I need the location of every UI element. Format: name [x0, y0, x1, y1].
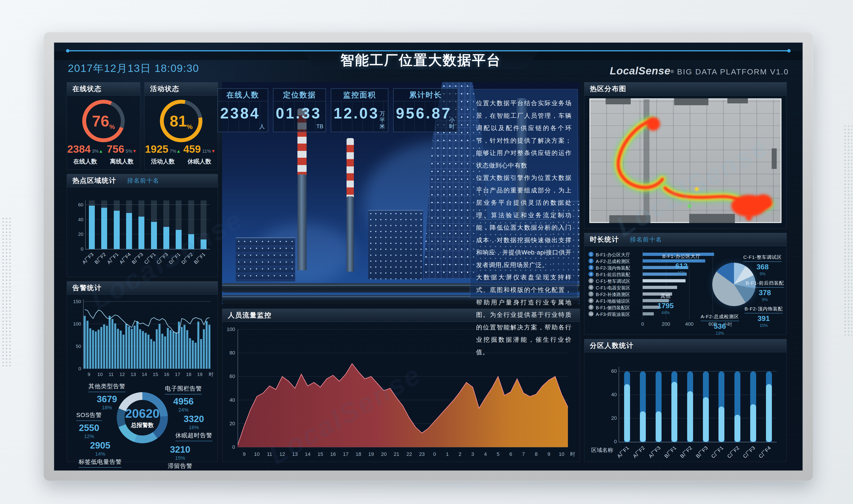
slice-value: 3320 [172, 414, 216, 424]
svg-text:9: 9 [243, 451, 246, 457]
svg-text:13: 13 [130, 372, 136, 377]
bar [126, 213, 132, 249]
slice-value: 536 [698, 322, 742, 330]
platform-description-panel: 位置大数据平台结合实际业务场景，在智能工厂人员管理，车辆调配以及配件供应链的各个… [470, 89, 578, 298]
donut-slice-label: 电子围栏告警495624% [157, 384, 210, 413]
ring-percent: 81 [170, 112, 187, 130]
description-paragraph: 大数据大屏仪表盘呈现支持样式、底图和模版的个性化配置，帮助用户量身打造行业专属地… [476, 271, 572, 358]
zone-people-panel: 分区人数统计 0204060A厂F1A厂F2A厂F3B厂F1B厂F2B厂F3C厂… [584, 339, 787, 462]
svg-text:60: 60 [230, 374, 235, 379]
svg-text:11: 11 [267, 451, 272, 457]
slice-pct: 44% [652, 310, 679, 315]
bar [151, 222, 157, 249]
page-title: 智能工厂位置大数据平台 [303, 53, 538, 68]
kpi-unit: TB [316, 123, 324, 130]
slice-name: 其他类型告警 [88, 382, 125, 392]
svg-text:2: 2 [458, 451, 461, 457]
monitor-bezel: 智能工厂位置大数据平台 2017年12月13日 18:09:30 LocalSe… [43, 32, 813, 481]
stat-delta: 7% [170, 149, 176, 154]
y-tick-label: 40 [73, 217, 83, 222]
x-category-label: C厂F2 [721, 445, 741, 465]
slice-value: 378 [745, 289, 784, 297]
activity-status-panel: 活动状态 81% 19257%▲ 活动人数 45911%▼ 休眠人数 [144, 82, 218, 170]
x-category-label: B厂F3 [689, 445, 709, 465]
svg-text:18: 18 [356, 451, 361, 457]
bar [89, 206, 95, 249]
bar-value [656, 411, 662, 442]
slice-pct: 9% [742, 272, 783, 276]
row-label: B-F1-前后挡装配 [596, 272, 642, 278]
stat-label: 离线人数 [104, 158, 140, 165]
stat-delta: 11% [202, 149, 211, 154]
zone-bar-chart: 0204060A厂F1A厂F2A厂F3B厂F1B厂F2B厂F3C厂F1C厂F2C… [619, 366, 777, 443]
duration-statistics-panel: 时长统计 排名前十名 0200400600小时1B-F1-办公区大厅2A-F2-… [584, 233, 787, 335]
svg-text:12: 12 [279, 451, 285, 457]
svg-text:7: 7 [522, 451, 525, 457]
panel-title: 分区人数统计 [590, 341, 634, 350]
svg-text:0: 0 [79, 366, 81, 371]
description-paragraph: 位置大数据平台结合实际业务场景，在智能工厂人员管理，车辆调配以及配件供应链的各个… [476, 97, 572, 172]
slice-pct: 14% [78, 451, 122, 457]
up-arrow-icon: ▲ [176, 149, 181, 154]
datetime-display: 2017年12月13日 18:09:30 [68, 61, 199, 75]
svg-text:150: 150 [73, 299, 81, 304]
svg-text:9: 9 [87, 372, 90, 377]
svg-text:13: 13 [292, 451, 298, 457]
brand-name: LocalSense [610, 65, 671, 77]
slice-value: 4956 [157, 396, 210, 407]
svg-text:10: 10 [559, 451, 564, 457]
svg-text:100: 100 [227, 326, 235, 332]
y-tick-label: 40 [606, 392, 617, 398]
header-line-dot-left [66, 49, 69, 53]
rank-bullet: 6 [589, 285, 593, 290]
stat-delta: 5% [126, 149, 132, 154]
header-accent-line [67, 50, 789, 51]
alarm-combo-chart: 050100150910111213141516171819时 [69, 295, 215, 380]
bar [201, 239, 207, 249]
header-line-dot-right [787, 49, 790, 53]
svg-text:14: 14 [142, 372, 147, 377]
row-label: B-F2-顶内饰装配 [596, 265, 642, 271]
stat-label: 休眠人数 [181, 158, 218, 165]
h-bar [643, 312, 654, 316]
donut-slice-label: 321015%滞留告警 [158, 443, 203, 471]
kpi-value: 2384 [220, 105, 260, 122]
y-tick-label: 0 [606, 439, 617, 445]
svg-text:4: 4 [484, 451, 487, 457]
slice-value: 1795 [652, 302, 679, 310]
slice-pct: 16% [172, 425, 216, 431]
plant-building [368, 210, 423, 279]
row-label: C-F1-电器安装区 [596, 285, 642, 291]
online-count-stat: 23843%▲ 在线人数 [67, 143, 104, 165]
slice-name: B-F2-顶内饰装配 [745, 306, 783, 313]
kpi-total-hours: 累计时长 956.87 小时 [393, 88, 458, 132]
svg-text:10: 10 [97, 372, 103, 377]
bar [114, 211, 120, 249]
svg-text:23: 23 [419, 451, 425, 457]
svg-text:14: 14 [305, 451, 310, 457]
slice-name: SOS告警 [76, 411, 102, 421]
kpi-monitored-area: 监控面积 12.03 万平米 [331, 88, 388, 132]
svg-text:19: 19 [368, 451, 374, 457]
svg-text:15: 15 [317, 451, 323, 457]
slice-value: 2550 [70, 423, 108, 433]
slice-value: 2905 [78, 440, 122, 451]
kpi-value: 01.33 [276, 105, 321, 122]
up-arrow-icon: ▲ [99, 149, 103, 154]
dormant-count-stat: 45911%▼ 休眠人数 [181, 143, 218, 165]
slice-pct: 13% [698, 331, 742, 336]
row-label: C-F1-整车调试区 [596, 278, 642, 284]
kpi-value: 956.87 [396, 105, 452, 122]
bar-value [640, 411, 646, 442]
offline-count-stat: 7565%▼ 离线人数 [104, 143, 140, 165]
svg-text:15: 15 [153, 372, 158, 377]
panel-title: 热点区域统计 [72, 176, 116, 185]
svg-text:12: 12 [120, 372, 125, 377]
x-category-label: B厂F1 [658, 445, 678, 465]
kpi-location-data: 定位数据 01.33 TB [273, 88, 326, 132]
kpi-label: 监控面积 [331, 89, 388, 101]
duration-chart-area: 0200400600小时1B-F1-办公区大厅2A-F2-总成检测区3B-F2-… [584, 246, 786, 335]
panel-title: 时长统计 [590, 235, 619, 244]
plant-building [236, 237, 295, 282]
slice-pct: 15% [158, 455, 203, 461]
